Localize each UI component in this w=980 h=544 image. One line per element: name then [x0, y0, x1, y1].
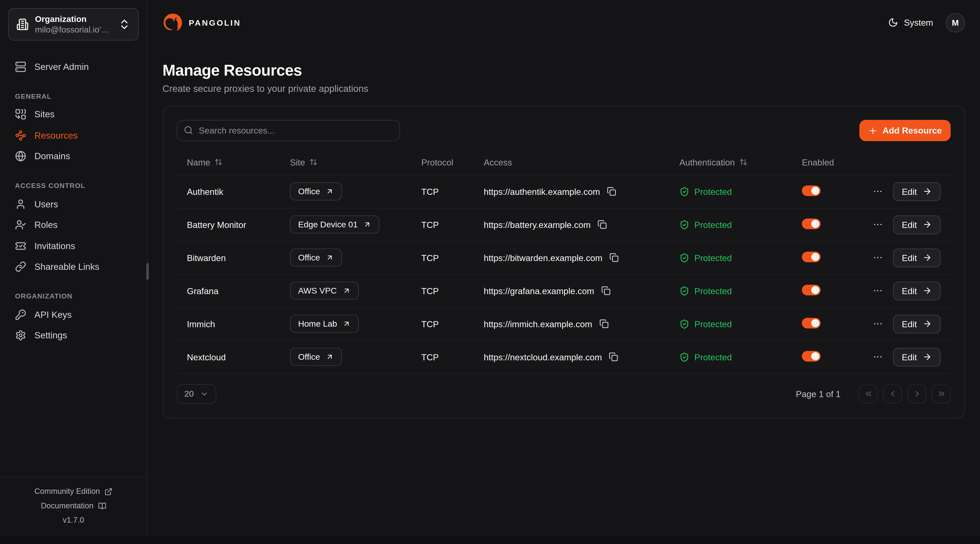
- sidebar-item-label: Settings: [34, 331, 67, 341]
- sidebar-item-invitations[interactable]: Invitations: [8, 235, 136, 256]
- row-menu-button[interactable]: [871, 284, 885, 297]
- first-page-button[interactable]: [859, 384, 878, 403]
- enabled-toggle[interactable]: [802, 284, 821, 295]
- copy-url-button[interactable]: [599, 319, 608, 328]
- brand: PANGOLIN: [162, 12, 241, 33]
- auth-status-badge: Protected: [679, 319, 782, 329]
- add-resource-button[interactable]: Add Resource: [859, 120, 951, 141]
- auth-status-label: Protected: [694, 352, 732, 362]
- sort-button-authentication[interactable]: Authentication: [679, 157, 747, 167]
- site-link-button[interactable]: Office: [290, 249, 342, 266]
- sidebar-item-resources[interactable]: Resources: [8, 125, 136, 146]
- resource-name: Grafana: [177, 274, 280, 307]
- site-link-button[interactable]: Office: [290, 182, 342, 200]
- edit-button[interactable]: Edit: [893, 182, 940, 201]
- row-menu-button[interactable]: [871, 351, 885, 363]
- avatar[interactable]: M: [946, 13, 965, 32]
- link-icon: [15, 261, 26, 273]
- access-url: https://battery.example.com: [484, 219, 590, 230]
- theme-label: System: [904, 17, 933, 27]
- sort-button-name[interactable]: Name: [187, 157, 223, 167]
- table-row-authentik: AuthentikOfficeTCPhttps://authentik.exam…: [177, 175, 951, 208]
- resource-name: Immich: [177, 307, 280, 340]
- enabled-toggle[interactable]: [802, 317, 821, 328]
- protocol-value: TCP: [411, 175, 474, 208]
- last-page-button[interactable]: [932, 384, 951, 403]
- row-menu-button[interactable]: [871, 317, 885, 330]
- next-page-button[interactable]: [907, 384, 926, 403]
- arrow-right-icon: [923, 352, 932, 362]
- enabled-toggle[interactable]: [802, 351, 821, 361]
- site-link-button[interactable]: Edge Device 01: [290, 216, 380, 233]
- page-title: Manage Resources: [162, 61, 965, 79]
- prev-page-button[interactable]: [883, 384, 902, 403]
- edit-button[interactable]: Edit: [893, 347, 940, 366]
- sidebar-item-users[interactable]: Users: [8, 193, 136, 215]
- org-switcher-value: milo@fossorial.io's ...: [35, 24, 112, 35]
- auth-status-badge: Protected: [679, 286, 782, 296]
- resource-name: Nextcloud: [177, 340, 280, 373]
- sidebar: Organization milo@fossorial.io's ... Ser…: [0, 0, 148, 536]
- chevrons-up-down-icon: [118, 18, 131, 30]
- sidebar-item-label: Users: [34, 199, 58, 209]
- sidebar-nav: GENERALSitesResourcesDomainsACCESS CONTR…: [0, 77, 147, 346]
- sidebar-item-shareable-links[interactable]: Shareable Links: [8, 256, 136, 277]
- edit-button[interactable]: Edit: [893, 314, 940, 333]
- copy-url-button[interactable]: [607, 187, 616, 196]
- column-header-enabled: Enabled: [792, 150, 867, 175]
- ellipsis-icon: [872, 352, 883, 362]
- sidebar-item-server-admin[interactable]: Server Admin: [8, 56, 136, 77]
- enabled-toggle[interactable]: [802, 218, 821, 229]
- sort-button-site[interactable]: Site: [290, 157, 318, 167]
- edit-button[interactable]: Edit: [893, 215, 940, 234]
- ellipsis-icon: [872, 319, 883, 329]
- section-label-general: GENERAL: [0, 92, 147, 100]
- enabled-toggle[interactable]: [802, 185, 821, 196]
- org-switcher[interactable]: Organization milo@fossorial.io's ...: [8, 8, 138, 41]
- sidebar-item-settings[interactable]: Settings: [8, 325, 136, 346]
- sidebar-item-api-keys[interactable]: API Keys: [8, 304, 136, 325]
- copy-url-button[interactable]: [609, 352, 618, 362]
- sidebar-item-roles[interactable]: Roles: [8, 214, 136, 235]
- enabled-toggle[interactable]: [802, 251, 821, 262]
- sidebar-item-label: Roles: [34, 220, 57, 230]
- search-icon: [184, 125, 193, 135]
- copy-url-button[interactable]: [601, 286, 611, 295]
- auth-status-badge: Protected: [679, 352, 782, 362]
- key-icon: [15, 309, 26, 320]
- chevron-right-icon: [912, 389, 921, 398]
- edit-button[interactable]: Edit: [893, 281, 940, 300]
- site-link-button[interactable]: Home Lab: [290, 315, 359, 333]
- copy-url-button[interactable]: [597, 220, 607, 229]
- sidebar-item-label: Domains: [34, 151, 70, 161]
- site-link-button[interactable]: AWS VPC: [290, 282, 359, 300]
- arrow-up-right-icon: [343, 320, 351, 328]
- search-input[interactable]: [177, 120, 400, 141]
- arrow-right-icon: [923, 187, 932, 196]
- row-menu-button[interactable]: [871, 218, 885, 231]
- protocol-value: TCP: [411, 208, 474, 241]
- sidebar-item-sites[interactable]: Sites: [8, 104, 136, 125]
- sites-icon: [15, 109, 26, 120]
- sidebar-resize-handle[interactable]: [146, 263, 149, 280]
- auth-status-badge: Protected: [679, 253, 782, 263]
- page-size-select[interactable]: 20: [177, 384, 216, 404]
- documentation-link[interactable]: Documentation: [6, 499, 141, 513]
- row-menu-button[interactable]: [871, 251, 885, 264]
- copy-url-button[interactable]: [609, 253, 619, 262]
- community-edition-link[interactable]: Community Edition: [6, 484, 141, 499]
- auth-status-badge: Protected: [679, 186, 782, 197]
- ticket-check-icon: [15, 240, 26, 251]
- column-header-protocol: Protocol: [411, 150, 474, 175]
- site-link-button[interactable]: Office: [290, 348, 342, 366]
- row-menu-button[interactable]: [871, 185, 885, 198]
- book-open-icon: [98, 502, 106, 510]
- theme-toggle-button[interactable]: System: [888, 17, 933, 27]
- section-label-organization: ORGANIZATION: [0, 292, 147, 300]
- arrow-up-right-icon: [326, 187, 334, 195]
- edit-button[interactable]: Edit: [893, 248, 940, 267]
- org-switcher-label: Organization: [35, 14, 112, 24]
- sidebar-item-domains[interactable]: Domains: [8, 146, 136, 167]
- table-row-grafana: GrafanaAWS VPCTCPhttps://grafana.example…: [177, 274, 951, 307]
- shield-check-icon: [679, 219, 689, 230]
